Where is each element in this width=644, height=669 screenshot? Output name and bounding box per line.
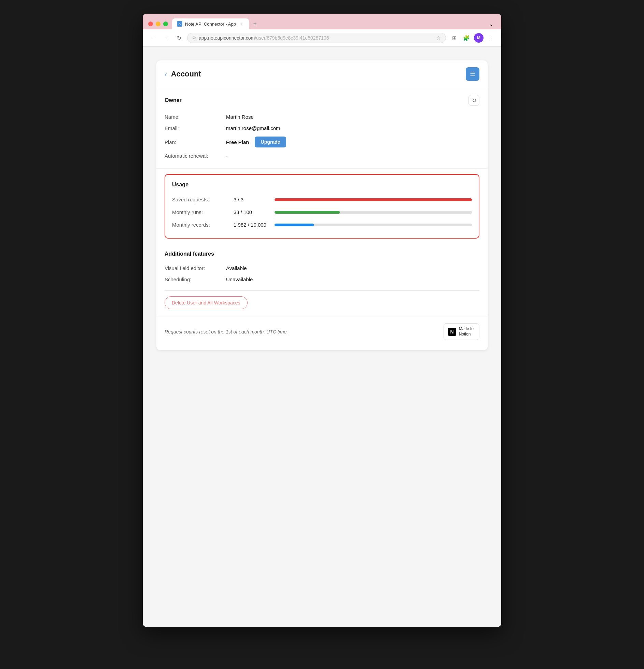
hamburger-menu-button[interactable]: ☰ [466, 67, 479, 81]
email-value: martin.rose@gmail.com [226, 125, 280, 131]
usage-section: Usage Saved requests: 3 / 3 Monthly runs… [165, 174, 479, 239]
saved-requests-row: Saved requests: 3 / 3 [172, 193, 472, 206]
monthly-runs-row: Monthly runs: 33 / 100 [172, 206, 472, 218]
usage-section-wrapper: Usage Saved requests: 3 / 3 Monthly runs… [156, 169, 488, 244]
additional-section-title: Additional features [165, 251, 214, 257]
owner-refresh-button[interactable]: ↻ [468, 95, 479, 106]
saved-requests-value: 3 / 3 [234, 197, 275, 202]
refresh-button[interactable]: ↻ [174, 33, 184, 43]
tab-close-button[interactable]: × [239, 21, 244, 27]
back-button[interactable]: ← [148, 33, 158, 43]
additional-features-section: Additional features Visual field editor:… [156, 244, 488, 316]
plan-row: Plan: Free Plan Upgrade [165, 134, 479, 150]
toolbar-actions: ⊞ 🧩 M ⋮ [449, 33, 496, 43]
footer-note: Request counts reset on the 1st of each … [165, 329, 288, 334]
minimize-window-button[interactable] [156, 22, 160, 26]
saved-requests-fill [275, 198, 472, 201]
url-path: /user/679b6d9e8c39f41e50287106 [255, 35, 329, 41]
chevron-down-icon: ⌄ [489, 21, 493, 27]
field-editor-value: Available [226, 265, 247, 271]
browser-toolbar: ← → ↻ ⚙ app.noteapiconnector.com/user/67… [143, 29, 501, 47]
name-label: Name: [165, 114, 226, 120]
delete-user-button[interactable]: Delete User and All Workspaces [165, 296, 248, 309]
field-editor-label: Visual field editor: [165, 265, 226, 271]
account-card: ‹ Account ☰ Owner ↻ Name: Ma [156, 60, 488, 350]
notion-logo-icon: N [448, 328, 456, 336]
back-to-previous-button[interactable]: ‹ [165, 70, 167, 78]
scheduling-label: Scheduling: [165, 276, 226, 282]
card-header-left: ‹ Account [165, 70, 201, 79]
usage-section-header: Usage [172, 182, 472, 188]
usage-section-title: Usage [172, 182, 188, 188]
footer-section: Request counts reset on the 1st of each … [156, 316, 488, 350]
tab-bar: A Note API Connector - App × + ⌄ [172, 18, 496, 29]
page-content: ‹ Account ☰ Owner ↻ Name: Ma [143, 47, 501, 627]
monthly-runs-value: 33 / 100 [234, 209, 275, 215]
notion-label: Notion [459, 332, 475, 337]
forward-button[interactable]: → [161, 33, 171, 43]
profile-avatar-button[interactable]: M [474, 33, 484, 43]
forward-icon: → [163, 35, 169, 41]
owner-section-title: Owner [165, 97, 182, 103]
back-chevron-icon: ‹ [165, 70, 167, 78]
made-for-notion-badge: N Made for Notion [444, 323, 479, 340]
monthly-records-fill [275, 224, 314, 226]
renewal-label: Automatic renewal: [165, 153, 226, 159]
name-row: Name: Martin Rose [165, 111, 479, 123]
browser-window: A Note API Connector - App × + ⌄ ← → ↻ ⚙… [143, 14, 501, 627]
made-for-label: Made for [459, 326, 475, 332]
field-editor-row: Visual field editor: Available [165, 262, 479, 274]
monthly-runs-label: Monthly runs: [172, 209, 234, 215]
active-tab[interactable]: A Note API Connector - App × [172, 18, 249, 29]
close-window-button[interactable] [148, 22, 153, 26]
titlebar: A Note API Connector - App × + ⌄ [143, 14, 501, 29]
url-text: app.noteapiconnector.com/user/679b6d9e8c… [199, 35, 434, 41]
made-for-text: Made for Notion [459, 326, 475, 337]
hamburger-icon: ☰ [470, 70, 475, 78]
bookmark-icon[interactable]: ☆ [436, 35, 441, 41]
section-divider [165, 290, 479, 291]
monthly-records-label: Monthly records: [172, 222, 234, 228]
email-label: Email: [165, 125, 226, 131]
upgrade-button[interactable]: Upgrade [255, 137, 286, 147]
card-header: ‹ Account ☰ [156, 60, 488, 88]
tab-title: Note API Connector - App [185, 22, 236, 27]
maximize-window-button[interactable] [163, 22, 168, 26]
plan-value: Free Plan [226, 139, 249, 145]
name-value: Martin Rose [226, 114, 254, 120]
refresh-icon: ↻ [177, 35, 181, 41]
extensions-button[interactable]: ⊞ [449, 33, 459, 43]
monthly-records-row: Monthly records: 1,982 / 10,000 [172, 218, 472, 231]
scheduling-value: Unavailable [226, 276, 253, 282]
email-row: Email: martin.rose@gmail.com [165, 123, 479, 134]
back-icon: ← [150, 35, 156, 41]
more-options-button[interactable]: ⋮ [486, 33, 496, 43]
refresh-owner-icon: ↻ [472, 97, 476, 104]
monthly-records-value: 1,982 / 10,000 [234, 222, 275, 228]
saved-requests-label: Saved requests: [172, 197, 234, 202]
address-bar[interactable]: ⚙ app.noteapiconnector.com/user/679b6d9e… [187, 33, 446, 43]
traffic-lights [148, 22, 168, 26]
saved-requests-progress-bar [275, 198, 472, 201]
tab-favicon: A [177, 21, 182, 27]
owner-section-header: Owner ↻ [165, 95, 479, 106]
lock-icon: ⚙ [192, 35, 196, 40]
scheduling-row: Scheduling: Unavailable [165, 274, 479, 285]
page-title: Account [171, 70, 201, 79]
tab-menu-button[interactable]: ⌄ [486, 19, 496, 29]
monthly-runs-fill [275, 211, 340, 214]
extensions-puzzle-button[interactable]: 🧩 [462, 33, 471, 43]
renewal-value: - [226, 153, 228, 159]
owner-section: Owner ↻ Name: Martin Rose Email: martin.… [156, 88, 488, 169]
renewal-row: Automatic renewal: - [165, 150, 479, 161]
new-tab-button[interactable]: + [250, 19, 260, 29]
monthly-runs-progress-bar [275, 211, 472, 214]
monthly-records-progress-bar [275, 224, 472, 226]
plan-label: Plan: [165, 139, 226, 145]
url-domain: app.noteapiconnector.com [199, 35, 255, 41]
additional-section-header: Additional features [165, 251, 479, 257]
